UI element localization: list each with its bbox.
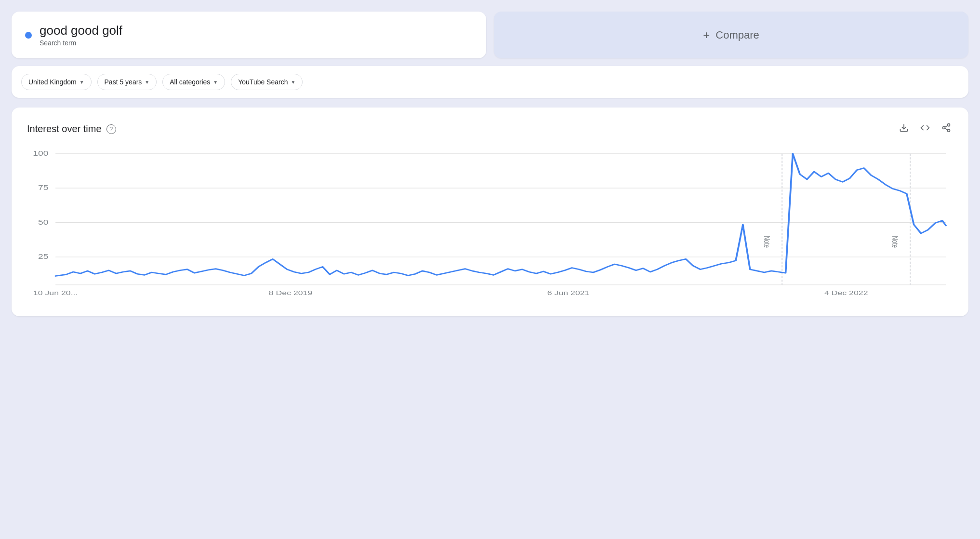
category-filter-arrow: ▼ (213, 80, 218, 85)
time-filter-label: Past 5 years (105, 78, 142, 86)
source-filter-label: YouTube Search (238, 78, 288, 86)
svg-text:6 Jun 2021: 6 Jun 2021 (547, 290, 590, 296)
source-filter[interactable]: YouTube Search ▼ (231, 74, 303, 90)
svg-line-5 (945, 126, 948, 127)
svg-text:Note: Note (891, 236, 900, 248)
interest-over-time-card: Interest over time ? (12, 108, 968, 316)
svg-text:Note: Note (763, 236, 771, 248)
help-icon-symbol: ? (109, 125, 113, 133)
chart-title: Interest over time (27, 123, 102, 135)
search-text-block: good good golf Search term (40, 23, 122, 47)
svg-text:75: 75 (38, 184, 48, 192)
time-filter[interactable]: Past 5 years ▼ (97, 74, 157, 90)
chart-title-row: Interest over time ? (27, 123, 116, 135)
help-icon[interactable]: ? (106, 124, 116, 134)
source-filter-arrow: ▼ (291, 80, 295, 85)
filters-bar: United Kingdom ▼ Past 5 years ▼ All cate… (12, 66, 968, 98)
chart-svg: 100 75 50 25 Note Note 10 Jun 20... 8 De… (27, 148, 953, 303)
download-button[interactable] (897, 121, 911, 137)
search-term-subtitle: Search term (40, 39, 122, 47)
svg-text:8 Dec 2019: 8 Dec 2019 (269, 290, 313, 296)
compare-plus-icon: + (703, 28, 710, 42)
time-filter-arrow: ▼ (145, 80, 149, 85)
chart-actions (897, 121, 953, 137)
search-term-card: good good golf Search term (12, 12, 486, 58)
svg-text:100: 100 (33, 150, 48, 158)
region-filter[interactable]: United Kingdom ▼ (21, 74, 92, 90)
embed-button[interactable] (918, 121, 932, 137)
svg-text:10 Jun 20...: 10 Jun 20... (33, 290, 78, 296)
search-term-title: good good golf (40, 23, 122, 38)
region-filter-arrow: ▼ (79, 80, 84, 85)
svg-text:25: 25 (38, 253, 48, 261)
search-dot-indicator (25, 32, 32, 39)
svg-text:50: 50 (38, 219, 48, 227)
compare-label: Compare (715, 29, 759, 41)
chart-area: 100 75 50 25 Note Note 10 Jun 20... 8 De… (27, 148, 953, 303)
svg-text:4 Dec 2022: 4 Dec 2022 (824, 290, 868, 296)
chart-header: Interest over time ? (27, 121, 953, 137)
region-filter-label: United Kingdom (28, 78, 77, 86)
category-filter-label: All categories (170, 78, 210, 86)
svg-point-2 (943, 127, 945, 129)
share-button[interactable] (940, 121, 953, 137)
svg-point-3 (948, 130, 950, 132)
compare-card[interactable]: + Compare (494, 12, 968, 58)
svg-point-1 (948, 124, 950, 126)
category-filter[interactable]: All categories ▼ (162, 74, 225, 90)
svg-line-4 (945, 128, 948, 130)
